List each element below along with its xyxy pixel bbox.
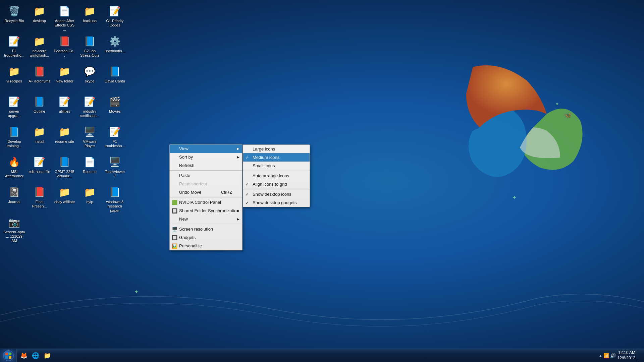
- menu-item-view[interactable]: ViewLarge icons✓Medium iconsSmall iconsA…: [170, 144, 242, 153]
- menu-item-refresh[interactable]: Refresh: [170, 161, 242, 170]
- desktop-icon-industry-cert[interactable]: 📝 industry certificatio...: [77, 92, 102, 122]
- desktop-icon-outline[interactable]: 📘 Outline: [27, 92, 52, 122]
- menu-item-undo-move[interactable]: Undo MoveCtrl+Z: [170, 188, 242, 196]
- svg-rect-5: [5, 356, 8, 359]
- desktop-icon-skype[interactable]: 💬 skype: [77, 62, 102, 92]
- desktop-icon-install[interactable]: 📁 install: [27, 122, 52, 153]
- submenu-item-large-icons[interactable]: Large icons: [243, 145, 310, 153]
- desktop-icon-ebay-affiliate[interactable]: 📁 ebay affiliate: [52, 183, 77, 213]
- icon-image-journal: 📓: [8, 185, 21, 199]
- clock-date: 12/8/2012: [618, 356, 635, 361]
- desktop-icon-vmware-player[interactable]: 🖥️ VMware Player: [77, 122, 102, 153]
- desktop-icon-develop-training[interactable]: 📘 Develop training...: [2, 122, 27, 153]
- menu-item-shared-folder[interactable]: 🔲Shared Folder Synchronization: [170, 206, 242, 215]
- check-show-desktop-gadgets: ✓: [246, 200, 249, 205]
- icon-image-teamviewer: 🖥️: [108, 155, 122, 169]
- desktop-icon-msi-afterburner[interactable]: 🔥 MSI Afterburner: [2, 153, 27, 183]
- icon-image-cpmt-virtualize: 📘: [58, 155, 71, 169]
- desktop-icon-server-upgrade[interactable]: 📝 server upgra...: [2, 92, 27, 122]
- desktop-icon-final-presentation[interactable]: 📕 Final Presen...: [27, 183, 52, 213]
- tray-network[interactable]: 📶: [603, 353, 609, 358]
- menu-item-gadgets[interactable]: 🔲Gadgets: [170, 233, 242, 242]
- check-show-desktop-icons: ✓: [246, 192, 249, 197]
- desktop-icon-edit-hosts[interactable]: 📝 edit hosts file: [27, 153, 52, 183]
- icon-label-edit-hosts: edit hosts file: [29, 170, 50, 174]
- show-desktop-button[interactable]: [638, 350, 641, 361]
- taskbar-ie[interactable]: 🌐: [30, 350, 41, 361]
- menu-item-screen-resolution[interactable]: 🖥️Screen resolution: [170, 225, 242, 233]
- desktop-icon-adobe-after-effects[interactable]: 📄 Adobe After Effects CSS ...: [52, 2, 77, 32]
- icon-label-develop-training: Develop training...: [3, 139, 25, 148]
- icon-label-backups: backups: [83, 19, 97, 23]
- tray-arrow[interactable]: ▲: [599, 354, 602, 358]
- desktop-icon-recycle-bin[interactable]: 🗑️ Recycle Bin: [2, 2, 27, 32]
- desktop-icon-backups[interactable]: 📁 backups: [77, 2, 102, 32]
- taskbar-right-area: ▲ 📶 🔊 12:10 AM 12/8/2012: [599, 350, 644, 361]
- desktop-icon-vi-recipes[interactable]: 📁 vi recipes: [2, 62, 27, 92]
- icon-label-hyip: hyip: [86, 200, 93, 204]
- submenu-label-show-desktop-gadgets: Show desktop gadgets: [253, 200, 297, 205]
- icon-label-desktop: desktop: [33, 19, 46, 23]
- desktop-icon-teamviewer[interactable]: 🖥️ TeamViewer 7: [102, 153, 127, 183]
- desktop-icon-a-plus-acronyms[interactable]: 📕 A+ acronyms: [27, 62, 52, 92]
- icon-label-resume-site: resume site: [55, 139, 74, 144]
- desktop-icon-desktop[interactable]: 📁 desktop: [27, 2, 52, 32]
- desktop-icon-new-folder[interactable]: 📁 New folder: [52, 62, 77, 92]
- submenu-label-large-icons: Large icons: [253, 146, 275, 152]
- submenu-item-align-grid[interactable]: ✓Align icons to grid: [243, 180, 310, 188]
- submenu-label-small-icons: Small icons: [253, 163, 275, 168]
- desktop-icon-screencapture[interactable]: 📷 ScreenCaptu... 121029 AM: [2, 213, 27, 243]
- desktop-icon-g2-job-stress[interactable]: 📘 G2 Job Stress Quiz: [77, 32, 102, 62]
- check-medium-icons: ✓: [246, 155, 249, 160]
- taskbar-explorer[interactable]: 📁: [42, 350, 53, 361]
- icon-label-movies: Movies: [109, 109, 121, 114]
- desktop-icon-novicorp[interactable]: 📁 novicorp wintoflash...: [27, 32, 52, 62]
- desktop-icon-david-cantu[interactable]: 📘 David Cantu: [102, 62, 127, 92]
- start-orb[interactable]: [3, 350, 14, 361]
- desktop-icon-f2-troubleshoot[interactable]: 📝 F2 troublesho...: [2, 32, 27, 62]
- tray-volume[interactable]: 🔊: [610, 353, 616, 358]
- taskbar-firefox[interactable]: 🦊: [18, 350, 29, 361]
- icon-image-david-cantu: 📘: [108, 65, 122, 78]
- menu-label-paste-shortcut: Paste shortcut: [179, 181, 207, 186]
- desktop-icon-pearson[interactable]: 📕 Pearson.Co...: [52, 32, 77, 62]
- icon-image-backups: 📁: [83, 4, 97, 18]
- menu-divider-11: [170, 224, 242, 224]
- desktop-icon-unetbootin[interactable]: ⚙️ unetbootin...: [102, 32, 127, 62]
- desktop-icon-resume-site[interactable]: 📁 resume site: [52, 122, 77, 153]
- menu-item-new[interactable]: New: [170, 215, 242, 223]
- menu-item-sort-by[interactable]: Sort by: [170, 153, 242, 161]
- submenu-item-small-icons[interactable]: Small icons: [243, 162, 310, 170]
- start-button[interactable]: [0, 349, 17, 362]
- menu-item-personalize[interactable]: 🖼️Personalize: [170, 242, 242, 250]
- icon-image-novicorp: 📁: [33, 35, 46, 48]
- desktop-icon-resume[interactable]: 📄 Resume: [77, 153, 102, 183]
- menu-item-icon-shared-folder: 🔲: [171, 208, 177, 214]
- icon-image-a-plus-acronyms: 📕: [33, 65, 46, 78]
- menu-label-undo-move: Undo Move: [179, 190, 201, 195]
- submenu-item-auto-arrange[interactable]: Auto arrange icons: [243, 172, 310, 180]
- desktop-icon-f1-troubleshoot[interactable]: 📝 F1 troublesho...: [102, 122, 127, 153]
- icon-label-msi-afterburner: MSI Afterburner: [3, 170, 25, 178]
- menu-item-icon-gadgets: 🔲: [171, 235, 177, 241]
- submenu-item-medium-icons[interactable]: ✓Medium icons: [243, 153, 310, 162]
- menu-label-refresh: Refresh: [179, 163, 195, 168]
- system-tray: ▲ 📶 🔊: [599, 353, 616, 358]
- desktop-icon-movies[interactable]: 🎬 Movies: [102, 92, 127, 122]
- submenu-label-auto-arrange: Auto arrange icons: [253, 173, 289, 178]
- desktop-icon-journal[interactable]: 📓 Journal: [2, 183, 27, 213]
- desktop-icon-g1-priority-codes[interactable]: 📝 G1 Priority Codes: [102, 2, 127, 32]
- desktop-icon-hyip[interactable]: 📁 hyip: [77, 183, 102, 213]
- submenu-item-show-desktop-icons[interactable]: ✓Show desktop icons: [243, 190, 310, 198]
- system-clock[interactable]: 12:10 AM 12/8/2012: [618, 350, 635, 361]
- desktop-icon-windows8-research[interactable]: 📘 windows 8 research paper: [102, 183, 127, 213]
- submenu-divider-3: [243, 171, 310, 171]
- submenu-item-show-desktop-gadgets[interactable]: ✓Show desktop gadgets: [243, 198, 310, 207]
- menu-item-paste[interactable]: Paste: [170, 171, 242, 180]
- menu-item-paste-shortcut: Paste shortcut: [170, 180, 242, 188]
- icon-label-a-plus-acronyms: A+ acronyms: [29, 79, 50, 83]
- icon-image-develop-training: 📘: [8, 125, 21, 138]
- menu-item-nvidia-control[interactable]: 🟩NVIDIA Control Panel: [170, 198, 242, 206]
- desktop-icon-cpmt-virtualize[interactable]: 📘 CPMT 2245 Virtualiz...: [52, 153, 77, 183]
- desktop-icon-utilities[interactable]: 📝 utilities: [52, 92, 77, 122]
